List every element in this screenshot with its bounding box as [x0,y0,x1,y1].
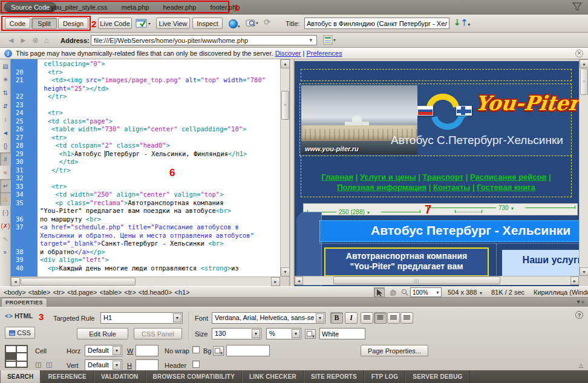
code-line[interactable]: 22 </tr> [11,93,280,101]
scroll-up-icon[interactable]: ▲ [580,59,588,68]
code-text[interactable]: <h1>Автобус Петербург - Хельсинки, Финля… [38,150,247,159]
code-line[interactable]: 33 <tr> [11,183,280,191]
split-view-button[interactable]: Split [31,18,57,29]
code-text[interactable]: <tr> [38,109,63,117]
related-file-tab[interactable]: you_piter_style.css [51,4,108,11]
code-text[interactable]: по маршруту <br> [38,215,101,224]
address-input[interactable] [91,35,317,45]
collapse-full-tag-icon[interactable]: ⇅ [0,86,11,99]
home-icon[interactable]: ⌂ [44,36,49,45]
align-right-button[interactable] [387,312,400,324]
nav-link[interactable]: Расписание рейсов [470,172,546,182]
page-properties-button[interactable]: Page Properties... [361,345,428,356]
bg-color-swatch[interactable]: ▼ [213,346,224,356]
tag-selector-item[interactable]: <tr> [124,289,136,296]
align-justify-button[interactable] [400,312,413,324]
scroll-down-icon[interactable]: ▼ [281,267,290,277]
code-line[interactable]: 38и обратно</a></p> [11,248,280,257]
code-line[interactable]: 34 <td width="250" align="center" valign… [11,191,280,199]
code-line[interactable]: "You-Piter" предлагает вам поездки на ав… [11,207,280,215]
code-line[interactable]: cellspacing="0"> [11,60,280,68]
tag-selector-item[interactable]: <body> [4,289,26,296]
code-text[interactable]: Хельсинки и обратно. Цены и места отправ… [38,232,254,240]
bold-button[interactable]: B [330,312,343,324]
code-text[interactable]: <a href="schedule.php" title="Расписание… [38,223,239,232]
source-code-tab[interactable]: Source Code [4,2,56,12]
tag-selector-item[interactable]: <tr> [53,289,65,296]
scroll-right-icon[interactable]: ► [271,277,280,286]
stop-icon[interactable]: ⊗ [32,36,39,45]
tag-selector-item[interactable]: <td.head0> [139,289,172,296]
nav-link[interactable]: Услуги и цены [360,172,416,182]
code-line[interactable]: 36по маршруту <br> [11,215,280,224]
code-line[interactable]: 29 <h1>Автобус Петербург - Хельсинки, Фи… [11,150,280,159]
code-text[interactable] [38,101,40,110]
related-file-tab[interactable]: header.php [163,4,196,11]
filter-related-files-icon[interactable] [572,2,582,11]
code-line[interactable]: 30 </td> [11,158,280,166]
services-heading-cell[interactable]: Наши услуги [502,250,588,277]
tag-selector-item[interactable]: <h1> [175,289,190,296]
file-management-icons[interactable]: ⇣⇡▾ [454,18,470,27]
code-horizontal-scrollbar[interactable]: ◄ ► [11,277,280,286]
tag-selector-item[interactable]: <td.page> [67,289,97,296]
code-text[interactable]: </tr> [38,93,67,101]
pane-splitter[interactable] [289,59,295,286]
apply-comment-icon[interactable]: (·) [0,206,11,219]
put-file-icon[interactable]: ⇡ [461,18,468,27]
discover-link[interactable]: Discover [275,50,301,57]
scrollbar-thumb[interactable]: ||| [333,277,500,284]
code-text[interactable]: height="25"></td> [38,85,109,93]
code-line[interactable]: 35 <p class="reclama">Автотранспортная к… [11,199,280,208]
check-browser-compatibility-icon[interactable] [136,18,151,28]
code-line[interactable]: 39<div align="left"> [11,256,280,264]
code-line[interactable]: 32 [11,174,280,183]
edit-rule-button[interactable]: Edit Rule [77,328,128,339]
code-text[interactable]: <table width="730" align="center" cellpa… [38,125,246,134]
results-tab-link-checker[interactable]: LINK CHECKER [242,370,304,383]
code-text[interactable]: </td> [38,158,78,166]
remove-comment-icon[interactable]: (✗) [0,219,11,232]
related-file-tab[interactable]: meta.php [122,4,149,11]
code-text[interactable]: "You-Piter" предлагает вам поездки на ав… [38,207,231,215]
expand-all-icon[interactable]: ↕ [0,113,11,126]
code-text[interactable]: <td colspan="2" class="head0"> [38,142,170,150]
code-editor[interactable]: cellspacing="0">20 <tr>21 <td><img src="… [11,59,280,277]
nav-link[interactable]: Полезная информация [337,183,426,192]
scroll-right-icon[interactable]: ► [570,277,579,285]
panel-menu-icon[interactable]: ▼≡ [576,299,584,305]
scrollbar-thumb[interactable] [21,278,136,286]
nav-link[interactable]: Контакты [433,183,470,192]
code-line[interactable]: 27 <tr> [11,134,280,142]
table-width-guide[interactable]: 730 ▼ 250 (288) ▼ 7 [303,203,578,215]
table-width-label-730[interactable]: 730 ▼ [498,205,514,212]
horz-align-select[interactable]: Default▼ [85,345,122,356]
collapse-panel-icon[interactable]: △ [579,362,583,368]
preferences-link[interactable]: Preferences [306,50,342,57]
code-text[interactable]: <td class="page"> [38,117,113,126]
code-text[interactable]: target="_blank">Санкт-Петербург - Хельси… [38,240,223,248]
line-numbers-icon[interactable]: # [0,152,11,166]
page-top-image-row-outline[interactable] [301,69,572,81]
code-line[interactable]: 31 </tr> [11,166,280,175]
scroll-left-icon[interactable]: ◄ [295,277,303,285]
header-checkbox[interactable] [192,361,200,368]
css-panel-button[interactable]: CSS Panel [134,328,182,339]
scrollbar-thumb[interactable]: ≡ [281,91,289,120]
code-text[interactable]: <tr> [38,134,67,142]
company-intro-cell[interactable]: Автотранспортная компания "You-Piter" пр… [324,247,489,277]
vert-align-select[interactable]: Default▼ [85,359,122,371]
results-tab-browser-compatibility[interactable]: BROWSER COMPATIBILITY [146,370,243,383]
code-navigator-icon[interactable]: ✳ [0,73,11,86]
code-text[interactable]: </tr> [38,166,71,175]
results-tab-site-reports[interactable]: SITE REPORTS [304,370,364,383]
italic-button[interactable]: I [345,312,358,324]
text-color-swatch[interactable]: ▼ [305,329,316,339]
bg-color-input[interactable] [226,345,270,356]
get-file-icon[interactable]: ⇣ [454,18,461,27]
indent-code-icon[interactable]: ✎ [0,232,11,246]
code-text[interactable]: <td width="250" align="center" valign="t… [38,191,223,199]
back-icon[interactable]: ◄ [7,36,15,45]
code-line[interactable]: 26 <table width="730" align="center" cel… [11,125,280,134]
word-wrap-icon[interactable]: ↵ [0,179,11,192]
